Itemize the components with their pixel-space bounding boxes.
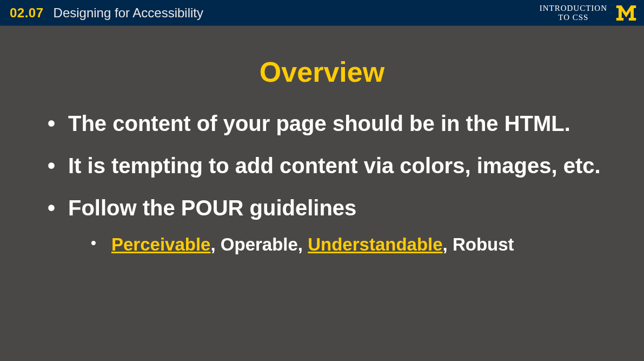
slide-header: 02.07 Designing for Accessibility INTROD…	[0, 0, 644, 26]
course-line-1: INTRODUCTION	[540, 4, 607, 13]
bullet-item: Follow the POUR guidelinesPerceivable, O…	[38, 194, 606, 257]
bullet-item: The content of your page should be in th…	[38, 110, 606, 137]
michigan-logo-icon	[615, 3, 638, 23]
slide-title: Overview	[38, 56, 606, 88]
slide-content: Overview The content of your page should…	[0, 26, 644, 288]
sub-bullet-list: Perceivable, Operable, Understandable, R…	[68, 233, 606, 257]
lecture-title: Designing for Accessibility	[54, 5, 203, 21]
course-name: INTRODUCTION TO CSS	[540, 4, 607, 22]
sub-bullet-text: , Robust	[443, 234, 514, 254]
bullet-text: It is tempting to add content via colors…	[68, 154, 601, 178]
course-line-2: TO CSS	[540, 13, 607, 22]
sub-bullet-item: Perceivable, Operable, Understandable, R…	[68, 233, 606, 257]
lecture-number: 02.07	[10, 5, 44, 21]
bullet-text: The content of your page should be in th…	[68, 111, 570, 135]
header-left: 02.07 Designing for Accessibility	[10, 5, 203, 21]
bullet-text: Follow the POUR guidelines	[68, 196, 356, 220]
highlight-term: Perceivable	[111, 234, 210, 254]
sub-bullet-text: , Operable,	[210, 234, 308, 254]
header-right: INTRODUCTION TO CSS	[540, 3, 638, 23]
highlight-term: Understandable	[308, 234, 442, 254]
bullet-item: It is tempting to add content via colors…	[38, 152, 606, 179]
bullet-list: The content of your page should be in th…	[38, 110, 606, 257]
